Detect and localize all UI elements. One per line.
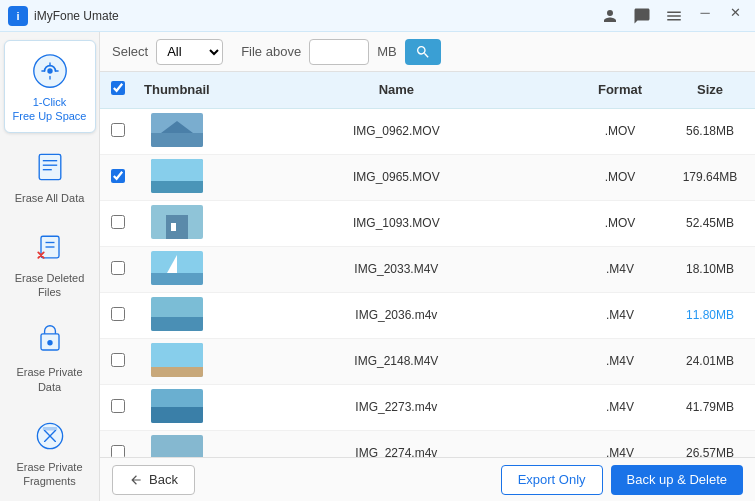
col-size: Size [665, 72, 755, 108]
file-format: .M4V [575, 430, 665, 457]
thumbnail-image [151, 343, 203, 377]
thumbnail-image [151, 159, 203, 193]
backup-label: Back up & Delete [627, 472, 727, 487]
row-checkbox[interactable] [111, 399, 125, 413]
sidebar-erase-fragments-label: Erase PrivateFragments [16, 460, 82, 489]
sidebar-item-erase-all[interactable]: Erase All Data [4, 137, 96, 213]
row-checkbox[interactable] [111, 123, 125, 137]
file-size-input[interactable] [309, 39, 369, 65]
table-row: IMG_0962.MOV.MOV56.18MB [100, 108, 755, 154]
bottom-bar: Back Export Only Back up & Delete [100, 457, 755, 501]
file-format: .M4V [575, 384, 665, 430]
erase-deleted-icon-wrap [30, 227, 70, 267]
sidebar-item-erase-fragments[interactable]: Erase PrivateFragments [4, 406, 96, 497]
row-checkbox[interactable] [111, 169, 125, 183]
title-bar: i iMyFone Umate ─ ✕ [0, 0, 755, 32]
row-checkbox[interactable] [111, 307, 125, 321]
thumbnail-image [151, 435, 203, 458]
file-size: 24.01MB [665, 338, 755, 384]
row-checkbox[interactable] [111, 353, 125, 367]
app-logo: i [8, 6, 28, 26]
backup-delete-button[interactable]: Back up & Delete [611, 465, 743, 495]
file-size: 179.64MB [665, 154, 755, 200]
erase-all-icon-wrap [30, 147, 70, 187]
1click-icon [32, 53, 68, 89]
file-size: 11.80MB [665, 292, 755, 338]
mb-label: MB [377, 44, 397, 59]
svg-rect-12 [42, 427, 56, 431]
1click-icon-wrap [30, 51, 70, 91]
file-size: 56.18MB [665, 108, 755, 154]
files-table: Thumbnail Name Format Size IMG_0962.MOV.… [100, 72, 755, 457]
back-label: Back [149, 472, 178, 487]
file-format: .MOV [575, 108, 665, 154]
right-buttons: Export Only Back up & Delete [501, 465, 743, 495]
row-checkbox[interactable] [111, 215, 125, 229]
file-format: .M4V [575, 338, 665, 384]
search-button[interactable] [405, 39, 441, 65]
erase-fragments-icon-wrap [30, 416, 70, 456]
select-dropdown[interactable]: All None Invert [156, 39, 223, 65]
col-format: Format [575, 72, 665, 108]
sidebar-item-1click[interactable]: 1-ClickFree Up Space [4, 40, 96, 133]
file-format: .M4V [575, 292, 665, 338]
sidebar-erase-deleted-label: Erase Deleted Files [8, 271, 92, 300]
file-format: .MOV [575, 200, 665, 246]
file-size: 52.45MB [665, 200, 755, 246]
svg-point-10 [47, 341, 52, 346]
svg-point-1 [47, 68, 52, 73]
sidebar-erase-private-label: Erase Private Data [8, 365, 92, 394]
file-name: IMG_2273.m4v [218, 384, 575, 430]
user-icon-btn[interactable] [597, 3, 623, 29]
file-size: 26.57MB [665, 430, 755, 457]
select-label: Select [112, 44, 148, 59]
export-label: Export Only [518, 472, 586, 487]
erase-all-icon [32, 149, 68, 185]
table-row: IMG_2274.m4v.M4V26.57MB [100, 430, 755, 457]
header-icons: ─ ✕ [597, 3, 747, 29]
thumbnail-image [151, 251, 203, 285]
table-header-row: Thumbnail Name Format Size [100, 72, 755, 108]
sidebar-item-erase-private[interactable]: Erase Private Data [4, 311, 96, 402]
thumbnail-image [151, 205, 203, 239]
sidebar-item-erase-deleted[interactable]: Erase Deleted Files [4, 217, 96, 308]
sidebar-erase-all-label: Erase All Data [15, 191, 85, 205]
export-button[interactable]: Export Only [501, 465, 603, 495]
table-row: IMG_2148.M4V.M4V24.01MB [100, 338, 755, 384]
toolbar: Select All None Invert File above MB [100, 32, 755, 72]
file-name: IMG_2148.M4V [218, 338, 575, 384]
back-icon [129, 473, 143, 487]
table-row: IMG_2273.m4v.M4V41.79MB [100, 384, 755, 430]
erase-private-icon [32, 323, 68, 359]
chat-icon-btn[interactable] [629, 3, 655, 29]
thumbnail-image [151, 389, 203, 423]
file-format: .MOV [575, 154, 665, 200]
menu-icon-btn[interactable] [661, 3, 687, 29]
app-title: iMyFone Umate [34, 9, 597, 23]
file-table: Thumbnail Name Format Size IMG_0962.MOV.… [100, 72, 755, 457]
col-name: Name [218, 72, 575, 108]
select-all-checkbox[interactable] [111, 81, 125, 95]
table-row: IMG_0965.MOV.MOV179.64MB [100, 154, 755, 200]
minimize-btn[interactable]: ─ [693, 3, 717, 23]
file-format: .M4V [575, 246, 665, 292]
file-above-label: File above [241, 44, 301, 59]
svg-rect-2 [39, 154, 61, 179]
back-button[interactable]: Back [112, 465, 195, 495]
chat-icon [633, 7, 651, 25]
table-body: IMG_0962.MOV.MOV56.18MBIMG_0965.MOV.MOV1… [100, 108, 755, 457]
content-area: Select All None Invert File above MB [100, 32, 755, 501]
sidebar-1click-label: 1-ClickFree Up Space [13, 95, 87, 124]
file-name: IMG_1093.MOV [218, 200, 575, 246]
sidebar: 1-ClickFree Up Space Erase All Data [0, 32, 100, 501]
row-checkbox[interactable] [111, 445, 125, 458]
erase-private-icon-wrap [30, 321, 70, 361]
table-row: IMG_1093.MOV.MOV52.45MB [100, 200, 755, 246]
row-checkbox[interactable] [111, 261, 125, 275]
erase-fragments-icon [32, 418, 68, 454]
main-layout: 1-ClickFree Up Space Erase All Data [0, 32, 755, 501]
col-thumbnail: Thumbnail [136, 72, 218, 108]
close-btn[interactable]: ✕ [723, 3, 747, 23]
thumbnail-image [151, 297, 203, 331]
file-size: 18.10MB [665, 246, 755, 292]
